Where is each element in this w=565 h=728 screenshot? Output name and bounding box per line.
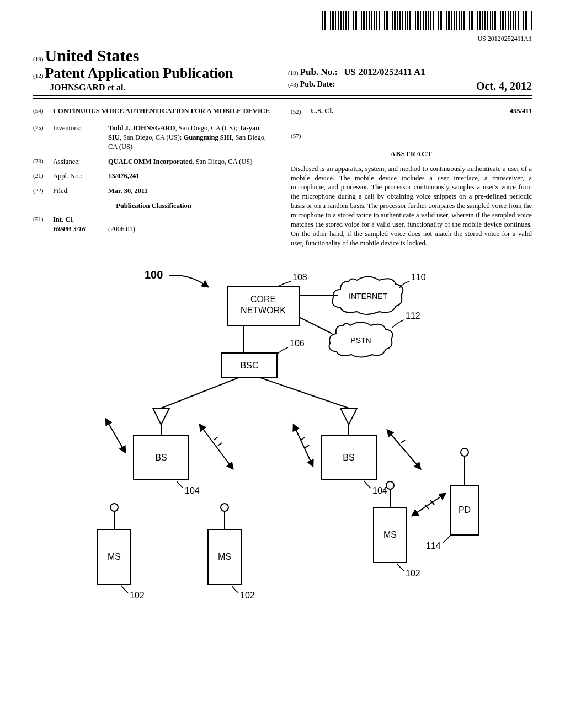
bs-right-label: BS (343, 453, 354, 462)
title-code: (54) (33, 106, 53, 116)
svg-line-6 (260, 378, 349, 408)
ref-110: 110 (411, 272, 426, 282)
ref-104-right: 104 (372, 486, 387, 495)
applno-label: Appl. No.: (53, 172, 108, 181)
svg-line-15 (294, 425, 313, 466)
svg-point-32 (461, 448, 468, 456)
country-code: (19) (33, 56, 43, 62)
svg-line-16 (301, 437, 305, 440)
ref-102-3: 102 (406, 569, 420, 578)
intcl-class: H04M 3/16 (53, 224, 108, 234)
svg-line-13 (214, 437, 217, 440)
inventors-label: Inventors: (53, 124, 108, 152)
pstn-label: PSTN (350, 336, 371, 345)
svg-point-20 (110, 504, 118, 511)
pubdate-code: (43) (288, 81, 298, 88)
internet-label: INTERNET (349, 292, 387, 301)
ref-102-1: 102 (130, 591, 145, 600)
uscl-label: U.S. Cl. (311, 106, 333, 116)
assignee-label: Assignee: (53, 157, 108, 167)
pubdate-value: Oct. 4, 2012 (476, 80, 532, 93)
core-network-label-2: NETWORK (241, 306, 286, 315)
country-name: United States (45, 46, 140, 65)
ref-108: 108 (292, 272, 307, 282)
applno-value: 13/076,241 (108, 172, 274, 181)
filed-code: (22) (33, 186, 53, 196)
pub-classification-heading: Publication Classification (33, 201, 274, 211)
svg-line-11 (106, 419, 125, 452)
ms-1-label: MS (108, 552, 121, 561)
svg-point-26 (386, 481, 394, 489)
figure-area: 100 CORE NETWORK 108 INTERNET 110 PSTN 1… (33, 265, 532, 607)
pubno-label: Pub. No.: (300, 67, 338, 77)
assignee-value: QUALCOMM Incorporated, San Diego, CA (US… (108, 157, 274, 167)
left-column: (54) CONTINUOUS VOICE AUTHENTICATION FOR… (33, 106, 274, 248)
core-network-label-1: CORE (250, 295, 276, 304)
ref-112: 112 (406, 311, 420, 320)
uscl-code: (52) (291, 108, 311, 116)
document-header: (19) United States (12) Patent Applicati… (33, 46, 532, 96)
abstract-title: ABSTRACT (291, 149, 532, 159)
pubdate-label: Pub. Date: (300, 80, 335, 88)
svg-line-2 (299, 317, 332, 334)
svg-line-5 (161, 378, 238, 408)
assignee-code: (73) (33, 157, 53, 167)
ref-104-left: 104 (185, 486, 200, 495)
right-column: (52) U.S. Cl. 455/411 (57) ABSTRACT Disc… (291, 106, 532, 248)
authors-line: JOHNSGARD et al. (33, 83, 277, 93)
intcl-year: (2006.01) (108, 224, 135, 234)
barcode-number: US 20120252411A1 (33, 35, 532, 43)
abstract-code: (57) (291, 132, 311, 140)
ms-2-label: MS (218, 552, 231, 561)
pd-label: PD (459, 505, 471, 515)
network-diagram: 100 CORE NETWORK 108 INTERNET 110 PSTN 1… (73, 265, 492, 607)
filed-label: Filed: (53, 186, 108, 196)
svg-line-18 (387, 430, 420, 469)
invention-title: CONTINUOUS VOICE AUTHENTICATION FOR A MO… (53, 106, 274, 116)
ref-106: 106 (290, 339, 305, 348)
doc-type-code: (12) (33, 72, 43, 79)
svg-line-29 (412, 494, 445, 516)
ref-100: 100 (145, 269, 163, 281)
pubno-code: (10) (288, 69, 298, 76)
svg-point-23 (221, 504, 228, 511)
pubno-value: US 2012/0252411 A1 (344, 67, 425, 77)
svg-line-19 (401, 440, 405, 443)
bs-left-label: BS (155, 453, 167, 462)
uscl-value: 455/411 (510, 106, 532, 116)
svg-line-17 (305, 445, 309, 448)
dotted-leader (335, 109, 508, 114)
svg-line-14 (218, 443, 222, 446)
inventors-code: (75) (33, 124, 53, 152)
ms-3-label: MS (383, 530, 397, 539)
intcl-label: Int. Cl. (53, 215, 274, 224)
abstract-body: Disclosed is an apparatus, system, and m… (291, 164, 532, 248)
bsc-label: BSC (241, 361, 259, 370)
biblio-columns: (54) CONTINUOUS VOICE AUTHENTICATION FOR… (33, 106, 532, 248)
barcode-area (33, 11, 532, 33)
filed-value: Mar. 30, 2011 (108, 186, 274, 196)
intcl-code: (51) (33, 215, 53, 224)
header-rule (33, 98, 532, 99)
svg-line-12 (200, 425, 233, 469)
ref-102-2: 102 (240, 591, 255, 600)
inventors-value: Todd J. JOHNSGARD, San Diego, CA (US); T… (108, 124, 274, 152)
barcode-graphic (322, 11, 532, 30)
applno-code: (21) (33, 172, 53, 181)
doc-type: Patent Application Publication (45, 65, 233, 81)
ref-114: 114 (426, 541, 441, 550)
